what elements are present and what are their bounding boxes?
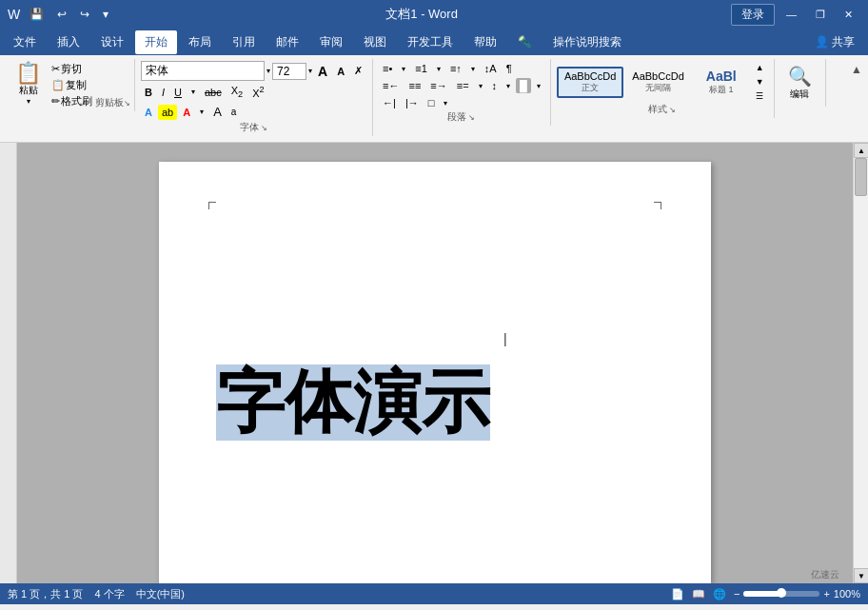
view-read-icon[interactable]: 📖 bbox=[692, 588, 705, 600]
doc-scroll-area[interactable]: | 字体演示 bbox=[17, 143, 853, 583]
subscript-button[interactable]: X2 bbox=[227, 83, 247, 101]
menu-help[interactable]: 帮助 bbox=[464, 30, 506, 54]
minimize-button[interactable]: — bbox=[779, 7, 804, 22]
outline-dropdown[interactable]: ▾ bbox=[467, 63, 479, 75]
style-heading1[interactable]: AaBl 标题 1 bbox=[693, 66, 750, 99]
shading-button[interactable]: █ bbox=[516, 78, 531, 93]
qat-dropdown-button[interactable]: ▾ bbox=[99, 6, 112, 23]
ribbon-end-arrow[interactable]: ▲ bbox=[851, 59, 862, 76]
restore-button[interactable]: ❐ bbox=[808, 7, 833, 23]
document-text[interactable]: 字体演示 bbox=[216, 364, 490, 441]
scroll-down-button[interactable]: ▼ bbox=[854, 568, 868, 583]
font-name-input[interactable]: 宋体 bbox=[141, 61, 265, 81]
numbering-dropdown[interactable]: ▾ bbox=[433, 63, 444, 75]
menu-design[interactable]: 设计 bbox=[91, 30, 133, 54]
menu-file[interactable]: 文件 bbox=[4, 30, 46, 54]
close-button[interactable]: ✕ bbox=[837, 7, 860, 23]
font-grow-button[interactable]: A bbox=[314, 62, 331, 81]
menu-search[interactable]: 操作说明搜索 bbox=[543, 30, 631, 54]
strikethrough-button[interactable]: abc bbox=[201, 85, 226, 100]
menu-lightbulb[interactable]: 🔦 bbox=[508, 31, 542, 52]
style-no-spacing[interactable]: AaBbCcDd 无间隔 bbox=[625, 68, 690, 97]
menu-insert[interactable]: 插入 bbox=[48, 30, 89, 54]
menu-home[interactable]: 开始 bbox=[135, 30, 177, 54]
view-web-icon[interactable]: 🌐 bbox=[713, 588, 726, 600]
cut-button[interactable]: ✂ 剪切 bbox=[49, 61, 95, 77]
menu-mailings[interactable]: 邮件 bbox=[266, 30, 308, 54]
font-shrink-button[interactable]: A bbox=[333, 64, 348, 79]
font-size-input[interactable]: 72 bbox=[272, 63, 306, 80]
underline-button[interactable]: U bbox=[170, 85, 186, 100]
status-bar: 第 1 页，共 1 页 4 个字 中文(中国) 📄 📖 🌐 − + 100% bbox=[0, 583, 868, 604]
styles-group-expander[interactable]: ↘ bbox=[669, 106, 676, 114]
font-group-expander[interactable]: ↘ bbox=[261, 124, 267, 132]
scroll-track[interactable] bbox=[854, 158, 868, 568]
text-effect-button[interactable]: A bbox=[141, 105, 156, 120]
save-button[interactable]: 💾 bbox=[26, 6, 48, 23]
underline-dropdown[interactable]: ▾ bbox=[187, 86, 199, 98]
line-spacing-button[interactable]: ↕ bbox=[488, 78, 502, 93]
text-cursor-indicator[interactable]: | bbox=[503, 331, 507, 346]
scroll-up-button[interactable]: ▲ bbox=[854, 143, 868, 158]
font-name-dropdown[interactable]: ▾ bbox=[266, 67, 270, 75]
font-color-dropdown[interactable]: ▾ bbox=[196, 106, 207, 118]
indent-less-button[interactable]: ←| bbox=[379, 95, 400, 110]
font-color-button[interactable]: A bbox=[179, 105, 194, 120]
font-size-dropdown[interactable]: ▾ bbox=[308, 67, 312, 75]
align-dropdown[interactable]: ▾ bbox=[475, 80, 486, 92]
styles-more[interactable]: ☰ bbox=[752, 89, 768, 103]
italic-button[interactable]: I bbox=[158, 85, 168, 100]
clipboard-expander[interactable]: ↘ bbox=[124, 99, 130, 108]
bullets-button[interactable]: ≡• bbox=[379, 61, 396, 76]
styles-scroll-down[interactable]: ▼ bbox=[752, 75, 768, 89]
font-size-big[interactable]: A bbox=[209, 103, 226, 121]
para-group-label: 段落 bbox=[447, 110, 466, 124]
para-marks-button[interactable]: ¶ bbox=[503, 61, 516, 76]
align-center-button[interactable]: ≡≡ bbox=[405, 78, 425, 93]
para-group-expander[interactable]: ↘ bbox=[468, 113, 475, 122]
redo-button[interactable]: ↪ bbox=[76, 6, 93, 23]
menu-view[interactable]: 视图 bbox=[354, 30, 396, 54]
zoom-in-icon[interactable]: + bbox=[823, 588, 829, 600]
style-normal[interactable]: AaBbCcDd 正文 bbox=[557, 67, 623, 98]
undo-button[interactable]: ↩ bbox=[53, 6, 70, 23]
align-right-button[interactable]: ≡→ bbox=[426, 78, 450, 93]
copy-button[interactable]: 📋 复制 bbox=[49, 77, 95, 93]
bullets-dropdown[interactable]: ▾ bbox=[398, 63, 409, 75]
login-button[interactable]: 登录 bbox=[731, 4, 775, 26]
text-content-area[interactable]: 字体演示 bbox=[216, 362, 490, 443]
zoom-control[interactable]: − + 100% bbox=[734, 588, 860, 600]
sort-button[interactable]: ↕A bbox=[481, 61, 501, 76]
clear-format-button[interactable]: ✗ bbox=[350, 63, 366, 79]
numbering-button[interactable]: ≡1 bbox=[411, 61, 431, 76]
menu-layout[interactable]: 布局 bbox=[179, 30, 221, 54]
zoom-slider[interactable] bbox=[743, 591, 819, 597]
border-dropdown[interactable]: ▾ bbox=[440, 97, 451, 109]
bold-button[interactable]: B bbox=[141, 85, 156, 100]
share-button[interactable]: 👤 共享 bbox=[805, 30, 864, 54]
align-left-button[interactable]: ≡← bbox=[379, 78, 403, 93]
view-normal-icon[interactable]: 📄 bbox=[671, 588, 684, 600]
search-edit-button[interactable]: 🔍 编辑 bbox=[780, 61, 819, 105]
scroll-thumb[interactable] bbox=[855, 158, 867, 196]
vertical-scrollbar[interactable]: ▲ ▼ bbox=[853, 143, 868, 583]
border-button[interactable]: □ bbox=[424, 95, 439, 110]
document-page[interactable]: | 字体演示 bbox=[159, 162, 711, 583]
zoom-out-icon[interactable]: − bbox=[734, 588, 740, 600]
justify-button[interactable]: ≡= bbox=[453, 78, 473, 93]
styles-group-label: 样式 bbox=[648, 103, 667, 116]
highlight-button[interactable]: ab bbox=[158, 105, 177, 120]
paste-button[interactable]: 📋 粘贴 ▾ bbox=[10, 61, 47, 108]
indent-more-button[interactable]: |→ bbox=[402, 95, 423, 110]
menu-references[interactable]: 引用 bbox=[223, 30, 265, 54]
font-size-small[interactable]: a bbox=[227, 105, 241, 119]
format-painter-button[interactable]: ✏ 格式刷 bbox=[49, 93, 95, 109]
outline-button[interactable]: ≡↑ bbox=[446, 61, 465, 76]
zoom-slider-thumb[interactable] bbox=[777, 588, 786, 598]
styles-scroll-up[interactable]: ▲ bbox=[752, 61, 768, 74]
line-spacing-dropdown[interactable]: ▾ bbox=[503, 80, 514, 92]
shading-dropdown[interactable]: ▾ bbox=[533, 80, 544, 92]
menu-review[interactable]: 审阅 bbox=[310, 30, 352, 54]
menu-developer[interactable]: 开发工具 bbox=[398, 30, 463, 54]
superscript-button[interactable]: X2 bbox=[248, 83, 267, 101]
